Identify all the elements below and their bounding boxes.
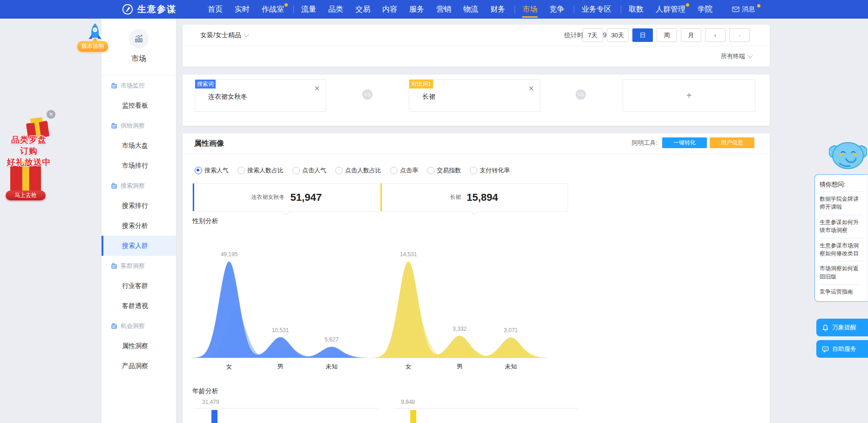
- nav-item-财务[interactable]: 财务: [490, 0, 505, 19]
- radio-icon: [237, 167, 245, 174]
- sidebar-item-属性洞察[interactable]: 属性洞察: [102, 336, 176, 356]
- sidebar-section-搜索洞察: 搜索洞察: [102, 176, 176, 196]
- top-nav: 生意参谋 首页实时作战室流量品类交易内容服务营销物流财务市场竞争业务专区取数人群…: [0, 0, 868, 19]
- nav-item-物流[interactable]: 物流: [463, 0, 478, 19]
- metric-radio-支付转化率[interactable]: 支付转化率: [470, 166, 510, 175]
- folder-doc-icon: [111, 323, 117, 329]
- tools-label: 阿明工具:: [631, 139, 658, 147]
- wanxiang-alert-button[interactable]: 万象提醒: [816, 319, 868, 336]
- folder-doc-icon: [111, 123, 117, 129]
- range-button-日[interactable]: 日: [632, 28, 653, 42]
- primary-term-box[interactable]: 搜索词 连衣裙女秋冬 ✕: [195, 79, 326, 112]
- date-range-buttons: 7天30天日周月‹›: [579, 28, 750, 42]
- sidebar-section-市场监控: 市场监控: [102, 75, 176, 96]
- chevron-down-icon: [747, 53, 753, 58]
- metric-label: 支付转化率: [480, 166, 510, 175]
- nav-item-内容[interactable]: 内容: [382, 0, 397, 19]
- terminal-selector[interactable]: 所有终端: [721, 52, 752, 61]
- nav-item-实时[interactable]: 实时: [235, 0, 250, 19]
- vs-badge: VS: [362, 89, 373, 100]
- suggested-question[interactable]: 生意参谋如何升级市场洞察: [820, 215, 863, 238]
- tool-button-一键转化[interactable]: 一键转化: [662, 137, 707, 148]
- chevron-down-icon: [244, 32, 249, 37]
- nav-item-营销[interactable]: 营销: [436, 0, 451, 19]
- nav-item-人群管理[interactable]: 人群管理: [656, 0, 685, 19]
- nav-item-流量[interactable]: 流量: [301, 0, 316, 19]
- sidebar-item-产品洞察[interactable]: 产品洞察: [102, 356, 176, 376]
- age-bar: [211, 410, 217, 423]
- nav-divider: [515, 6, 515, 13]
- section-title: 属性画像: [194, 139, 224, 149]
- messages-button[interactable]: 消息: [732, 0, 760, 19]
- metric-radio-点击人气[interactable]: 点击人气: [292, 166, 326, 175]
- metric-radio-搜索人数占比[interactable]: 搜索人数占比: [237, 166, 284, 175]
- version-note-badge[interactable]: 版本说明: [77, 41, 108, 52]
- sidebar-section-供给洞察: 供给洞察: [102, 116, 176, 136]
- range-button-月[interactable]: 月: [681, 28, 701, 42]
- sidebar-menu: 市场监控监控看板供给洞察市场大盘市场排行搜索洞察搜索排行搜索分析搜索人群客群洞察…: [102, 75, 176, 376]
- nav-item-市场[interactable]: 市场: [522, 0, 537, 19]
- category-selector[interactable]: 女装/女士精品: [200, 31, 248, 40]
- sidebar-section-label: 客群洞察: [121, 262, 145, 270]
- suggested-question[interactable]: 数据学院金牌讲师开课啦: [820, 191, 863, 215]
- tool-button-用户信息[interactable]: 用户信息: [710, 137, 754, 148]
- nav-item-首页[interactable]: 首页: [208, 0, 223, 19]
- nav-item-业务专区[interactable]: 业务专区: [582, 0, 611, 19]
- close-icon[interactable]: ✕: [47, 110, 55, 119]
- radio-icon: [427, 167, 434, 174]
- nav-divider: [621, 6, 621, 13]
- suggested-question[interactable]: 生意参谋市场洞察如何修改类目: [820, 238, 863, 261]
- category-label: 女: [406, 362, 412, 371]
- metric-radio-点击人数占比[interactable]: 点击人数占比: [335, 166, 381, 175]
- primary-term-tag: 搜索词: [195, 80, 216, 89]
- sidebar-item-客群透视[interactable]: 客群透视: [102, 296, 176, 316]
- sidebar-item-搜索人群[interactable]: 搜索人群: [102, 236, 176, 256]
- sidebar-tool-name: 市场: [102, 54, 176, 64]
- terminal-label: 所有终端: [721, 52, 745, 61]
- brand[interactable]: 生意参谋: [122, 0, 176, 19]
- nav-item-服务[interactable]: 服务: [409, 0, 424, 19]
- range-button-30天[interactable]: 30天: [607, 28, 629, 42]
- sidebar-item-搜索排行[interactable]: 搜索排行: [102, 196, 176, 216]
- sidebar-section-label: 机会洞察: [121, 322, 145, 330]
- nav-item-竞争[interactable]: 竞争: [549, 0, 564, 19]
- sidebar-item-市场大盘[interactable]: 市场大盘: [102, 136, 176, 156]
- metric-radio-交易指数[interactable]: 交易指数: [427, 166, 461, 175]
- nav-item-取数[interactable]: 取数: [629, 0, 644, 19]
- tool-buttons: 一键转化用户信息: [662, 137, 754, 148]
- summary-cell-长裙: 长裙15,894: [380, 184, 568, 211]
- metric-radio-搜索人气[interactable]: 搜索人气: [195, 166, 229, 175]
- radio-icon: [292, 167, 300, 174]
- nav-item-品类[interactable]: 品类: [328, 0, 343, 19]
- compare-term-box[interactable]: 对比词1 长裙 ✕: [409, 79, 540, 112]
- prev-date-button[interactable]: ‹: [705, 28, 726, 42]
- suggested-question[interactable]: 竞争运营指南: [820, 284, 863, 299]
- nav-divider: [574, 6, 574, 13]
- sidebar-item-搜索分析[interactable]: 搜索分析: [102, 216, 176, 236]
- notch: [283, 208, 291, 215]
- range-button-周[interactable]: 周: [657, 28, 677, 42]
- elephant-mascot[interactable]: [829, 136, 867, 175]
- peak-value-label: 3,332: [453, 326, 467, 332]
- metric-radio-点击率[interactable]: 点击率: [390, 166, 418, 175]
- sidebar-item-监控看板[interactable]: 监控看板: [102, 96, 176, 116]
- nav-item-学院[interactable]: 学院: [698, 0, 712, 19]
- suggested-question[interactable]: 市场洞察如何返回旧版: [820, 261, 863, 284]
- nav-item-交易[interactable]: 交易: [355, 0, 370, 19]
- add-term-button[interactable]: +: [623, 79, 755, 112]
- chat-icon: [822, 346, 829, 353]
- sidebar-item-市场排行[interactable]: 市场排行: [102, 156, 176, 176]
- range-button-7天[interactable]: 7天: [583, 28, 603, 42]
- action-label: 自助服务: [832, 345, 856, 353]
- self-service-button[interactable]: 自助服务: [816, 340, 868, 358]
- sidebar-item-行业客群[interactable]: 行业客群: [102, 276, 176, 296]
- peak-value-label: 14,531: [400, 251, 417, 258]
- filter-row-bottom: 所有终端: [183, 46, 770, 67]
- primary-nav: 首页实时作战室流量品类交易内容服务营销物流财务市场竞争业务专区取数人群管理学院: [208, 0, 725, 19]
- promo-grab-button[interactable]: 马上去抢: [6, 191, 46, 200]
- close-icon[interactable]: ✕: [528, 84, 534, 93]
- metric-label: 点击率: [400, 166, 418, 175]
- nav-item-作战室[interactable]: 作战室: [262, 0, 284, 19]
- next-date-button[interactable]: ›: [729, 28, 750, 42]
- close-icon[interactable]: ✕: [314, 84, 320, 93]
